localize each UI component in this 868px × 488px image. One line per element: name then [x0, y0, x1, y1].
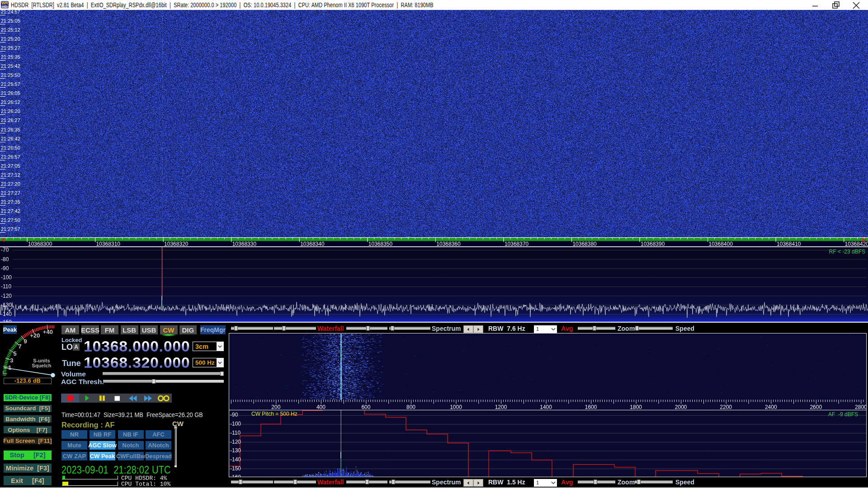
svg-text:+20: +20 — [30, 332, 40, 339]
svg-text:9: 9 — [24, 338, 27, 345]
svg-text:5: 5 — [13, 350, 16, 357]
svg-text:1: 1 — [8, 364, 11, 371]
svg-text:3: 3 — [10, 357, 13, 364]
svg-text:+40: +40 — [43, 328, 53, 335]
svg-text:7: 7 — [19, 343, 22, 350]
